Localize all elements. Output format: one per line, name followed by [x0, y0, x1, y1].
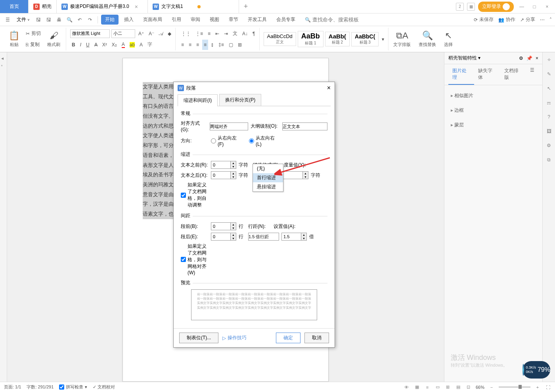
cancel-button[interactable]: 取消	[304, 333, 329, 343]
italic-button[interactable]: I	[78, 40, 83, 50]
dialog-titlebar[interactable]: W 段落 ×	[174, 82, 335, 94]
direction-ltr-radio[interactable]: 从左向右(L)	[249, 135, 277, 147]
strip-doc-icon[interactable]: ⧉	[545, 156, 553, 163]
shading-icon[interactable]: ▢	[227, 40, 235, 50]
print-icon[interactable]: 🖶	[55, 15, 63, 24]
dropdown-option-none[interactable]: (无)	[253, 164, 283, 173]
change-case-icon[interactable]: 𝒜	[157, 29, 165, 39]
menu-tab-view[interactable]: 视图	[206, 15, 223, 25]
underline-button[interactable]: U	[84, 40, 91, 50]
increase-font-icon[interactable]: A⁺	[137, 29, 145, 39]
panel-item-similar[interactable]: 相似图片	[449, 88, 538, 103]
panel-item-mask[interactable]: 蒙层	[449, 118, 538, 132]
maximize-button[interactable]: □	[530, 2, 539, 11]
decrease-font-icon[interactable]: A⁻	[147, 29, 156, 39]
menu-tab-references[interactable]: 引用	[168, 15, 185, 25]
after-para-spinner[interactable]: ▲▼	[211, 233, 236, 241]
auto-adjust-checkbox[interactable]: 如果定义了文档网格，则自动调整	[181, 182, 209, 208]
font-size-select[interactable]	[111, 29, 135, 38]
dropdown-option-hanging[interactable]: 悬挂缩进	[253, 182, 283, 191]
gear-icon[interactable]: ⚙	[519, 55, 523, 61]
superscript-button[interactable]: X²	[101, 40, 109, 50]
paste-button[interactable]: 📋粘贴	[6, 31, 23, 48]
align-right-icon[interactable]: ≡	[195, 40, 201, 50]
dialog-close-button[interactable]: ×	[327, 84, 331, 92]
style-h2[interactable]: AaBb(标题 2	[325, 32, 350, 46]
decrease-indent-icon[interactable]: ⇤	[214, 29, 221, 39]
ok-button[interactable]: 确定	[276, 333, 300, 343]
dialog-tab-indent[interactable]: 缩进和间距(I)	[178, 94, 218, 106]
dialog-tab-pagination[interactable]: 换行和分页(P)	[219, 94, 261, 106]
set-value-spinner[interactable]: ▲▼	[281, 233, 307, 241]
print-preview-icon[interactable]: 🔍	[65, 15, 74, 24]
share-button[interactable]: ↗分享	[520, 16, 535, 23]
increase-indent-icon[interactable]: ⇥	[222, 29, 230, 39]
save-icon[interactable]: 🖫	[34, 15, 43, 24]
strip-image-icon[interactable]: 🖼	[545, 128, 553, 135]
strip-settings-icon[interactable]: ⚎	[545, 99, 553, 106]
minimize-button[interactable]: —	[517, 2, 526, 11]
sort-icon[interactable]: A↓	[241, 29, 249, 39]
align-center-icon[interactable]: ≡	[187, 40, 193, 50]
strip-gear-icon[interactable]: ⚙	[545, 142, 553, 149]
menu-tab-insert[interactable]: 插入	[120, 15, 138, 25]
before-text-spinner[interactable]: ▲▼	[211, 161, 236, 169]
layout-icon[interactable]: 2	[456, 3, 464, 11]
bold-button[interactable]: B	[70, 40, 77, 50]
char-shading-button[interactable]: A	[138, 40, 144, 50]
format-painter-button[interactable]: 🖌格式刷	[44, 31, 63, 48]
more-icon[interactable]: ⋯	[540, 17, 545, 23]
highlight-button[interactable]: ab	[128, 40, 136, 50]
style-h3[interactable]: AaBbC(标题 3	[351, 32, 379, 46]
measure-spinner[interactable]: ▲▼	[283, 171, 308, 179]
menu-tab-developer[interactable]: 开发工具	[244, 15, 271, 25]
network-speed-badge[interactable]: 0.3K/s 0K/s 79%	[522, 361, 550, 379]
strike-button[interactable]: A̶	[93, 40, 99, 50]
borders-icon[interactable]: ⊞	[236, 40, 243, 50]
cut-button[interactable]: ✂剪切	[24, 29, 42, 39]
zoom-in-icon[interactable]: +	[534, 384, 541, 390]
show-marks-icon[interactable]: ¶	[251, 29, 256, 39]
outline-select[interactable]: 正文文本	[282, 122, 327, 130]
align-left-icon[interactable]: ≡	[180, 40, 186, 50]
close-button[interactable]: ×	[542, 2, 552, 11]
grid-icon[interactable]: ▦	[467, 3, 475, 11]
view-mode-5-icon[interactable]: ▤	[455, 384, 461, 390]
view-mode-3-icon[interactable]: ▭	[434, 384, 441, 390]
tabs-button[interactable]: 制表位(T)...	[179, 333, 218, 343]
clear-format-icon[interactable]: ◆	[166, 29, 173, 39]
strip-pencil-icon[interactable]: ✎	[545, 71, 553, 78]
line-spacing-icon[interactable]: ‡≡	[217, 40, 226, 50]
strip-cursor-icon[interactable]: ↖	[545, 85, 553, 92]
tab-home[interactable]: 首页	[0, 0, 29, 13]
close-icon[interactable]: ×	[135, 4, 138, 10]
subscript-button[interactable]: X₂	[110, 40, 119, 50]
fullscreen-icon[interactable]: ⛶	[545, 384, 551, 390]
after-text-spinner[interactable]: ▲▼	[211, 171, 236, 179]
tab-add[interactable]: +	[239, 0, 253, 13]
pin-icon[interactable]: 📌	[526, 55, 532, 61]
font-color-button[interactable]: A	[120, 40, 126, 50]
save-as-icon[interactable]: 🖫	[44, 15, 53, 24]
zoom-fit-icon[interactable]: ⊡	[465, 384, 472, 390]
text-layout-button[interactable]: ⧉A文字排版	[390, 28, 414, 50]
multilevel-list-icon[interactable]: ≡	[206, 29, 212, 39]
select-button[interactable]: ↖选择	[441, 28, 456, 50]
view-mode-4-icon[interactable]: ⊞	[445, 384, 451, 390]
direction-rtl-radio[interactable]: 从右向左(F)	[211, 135, 239, 147]
find-replace-button[interactable]: 🔍查找替换	[415, 28, 439, 50]
align-justify-icon[interactable]: ≡	[202, 40, 208, 50]
style-h1[interactable]: AaBb标题 1	[298, 31, 323, 47]
styles-more-icon[interactable]: ▾	[380, 34, 386, 44]
panel-tab-more[interactable]: ☰	[526, 64, 538, 85]
doc-proof-button[interactable]: ✓ 文档校对	[93, 384, 115, 390]
line-spacing-select[interactable]: 1.5 倍行距	[248, 233, 279, 241]
panel-item-border[interactable]: 边框	[449, 103, 538, 118]
before-para-spinner[interactable]: ▲▼	[211, 222, 236, 230]
unsaved-indicator[interactable]: ⟳未保存	[474, 16, 494, 23]
menu-tab-layout[interactable]: 页面布局	[139, 15, 166, 25]
distribute-icon[interactable]: ⫿	[210, 40, 215, 50]
login-button[interactable]: 立即登录	[478, 2, 514, 12]
menu-icon[interactable]: ☰	[3, 15, 12, 24]
snap-grid-checkbox[interactable]: 如果定义了文档网格，则与网格对齐(W)	[181, 243, 209, 275]
